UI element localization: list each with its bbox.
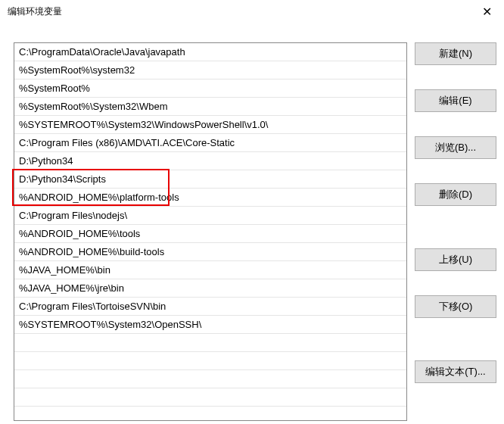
spacer (415, 277, 496, 295)
list-item[interactable]: %SYSTEMROOT%\System32\OpenSSH\ (14, 316, 406, 334)
list-item[interactable]: D:\Python34 (14, 152, 406, 170)
spacer (415, 230, 496, 248)
path-listbox[interactable]: C:\ProgramData\Oracle\Java\javapath %Sys… (14, 42, 407, 421)
new-button[interactable]: 新建(N) (415, 42, 496, 65)
list-item[interactable] (14, 352, 406, 370)
list-item[interactable]: %SystemRoot%\system32 (14, 61, 406, 80)
edittext-button[interactable]: 编辑文本(T)... (415, 360, 496, 383)
list-item[interactable]: %ANDROID_HOME%\platform-tools (14, 189, 406, 207)
edit-button[interactable]: 编辑(E) (415, 89, 496, 112)
browse-button[interactable]: 浏览(B)... (415, 136, 496, 159)
list-item[interactable]: %ANDROID_HOME%\tools (14, 225, 406, 243)
spacer (415, 165, 496, 183)
list-item[interactable] (14, 388, 406, 407)
list-item[interactable] (14, 370, 406, 388)
spacer (415, 212, 496, 230)
list-item[interactable]: %JAVA_HOME%\bin (14, 261, 406, 279)
list-item[interactable]: %JAVA_HOME%\jre\bin (14, 279, 406, 298)
list-item[interactable]: C:\Program Files (x86)\AMD\ATI.ACE\Core-… (14, 134, 406, 152)
list-item[interactable]: C:\Program Files\nodejs\ (14, 207, 406, 225)
window-title: 编辑环境变量 (8, 5, 62, 18)
list-item[interactable]: %SystemRoot%\System32\Wbem (14, 98, 406, 116)
spacer (415, 118, 496, 136)
spacer (415, 71, 496, 89)
spacer (415, 324, 496, 342)
moveup-button[interactable]: 上移(U) (415, 248, 496, 271)
list-item[interactable]: D:\Python34\Scripts (14, 170, 406, 189)
content-area: C:\ProgramData\Oracle\Java\javapath %Sys… (0, 23, 504, 424)
movedown-button[interactable]: 下移(O) (415, 295, 496, 318)
list-item[interactable]: C:\Program Files\TortoiseSVN\bin (14, 298, 406, 316)
spacer (415, 342, 496, 360)
list-item[interactable] (14, 334, 406, 352)
list-item[interactable]: C:\ProgramData\Oracle\Java\javapath (14, 43, 406, 61)
close-icon[interactable]: ✕ (470, 0, 504, 23)
list-item[interactable]: %SystemRoot% (14, 80, 406, 98)
list-item[interactable]: %SYSTEMROOT%\System32\WindowsPowerShell\… (14, 116, 406, 134)
delete-button[interactable]: 删除(D) (415, 183, 496, 206)
titlebar: 编辑环境变量 ✕ (0, 0, 504, 23)
list-item[interactable]: %ANDROID_HOME%\build-tools (14, 243, 406, 261)
button-column: 新建(N) 编辑(E) 浏览(B)... 删除(D) 上移(U) 下移(O) 编… (415, 23, 496, 424)
